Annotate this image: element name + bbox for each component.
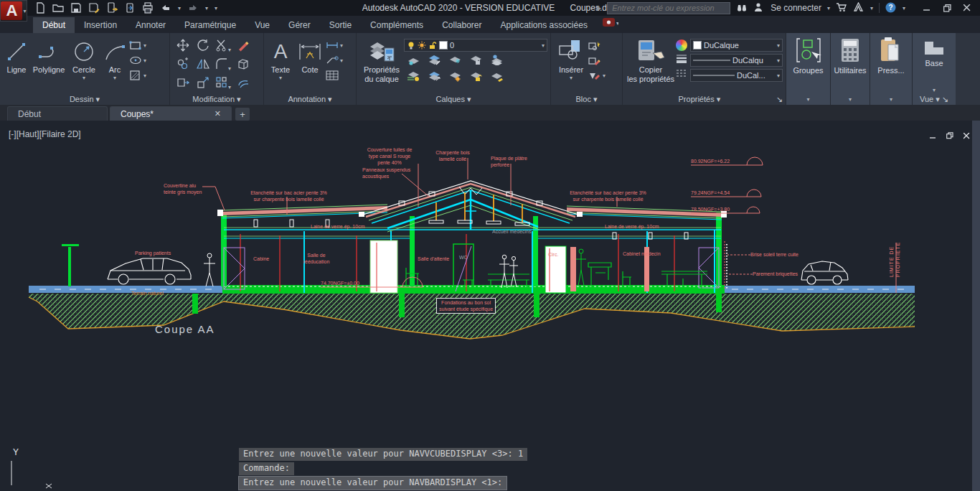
tab-collaborer[interactable]: Collaborer — [433, 17, 491, 33]
layer-match-tool[interactable] — [490, 54, 504, 68]
panel-label-proprietes[interactable]: Propriétés ▾ ↘ — [623, 95, 786, 104]
base-dropdown-icon[interactable]: ▾ — [933, 87, 936, 93]
circle-button[interactable]: Cercle ▾ — [67, 36, 100, 93]
panel-label-dessin[interactable]: Dessin ▾ — [0, 95, 169, 104]
lineweight-icon[interactable] — [676, 54, 687, 67]
scale-icon[interactable] — [197, 76, 209, 92]
redo-icon[interactable] — [187, 2, 199, 14]
copy-icon[interactable] — [176, 57, 189, 73]
file-tab-start[interactable]: Début — [7, 106, 108, 121]
cart-icon[interactable] — [836, 2, 847, 14]
text-dropdown-icon[interactable]: ▾ — [279, 75, 282, 81]
file-tab-close-icon[interactable]: ✕ — [215, 109, 221, 118]
restore-button[interactable] — [938, 1, 956, 14]
application-menu-button[interactable]: A ▾ — [0, 0, 27, 22]
panel-label-bloc[interactable]: Bloc ▾ — [551, 95, 622, 104]
panel-label-calques[interactable]: Calques ▾ — [357, 95, 550, 104]
edit-block-tool[interactable] — [588, 54, 606, 67]
move-icon[interactable] — [176, 39, 189, 55]
panel-label-modification[interactable]: Modification ▾ — [170, 95, 263, 104]
search-input[interactable] — [607, 2, 730, 14]
layer-merge-tool[interactable] — [490, 70, 504, 85]
match-properties-button[interactable]: Copier les propriétés — [626, 36, 676, 93]
apps-dropdown-icon[interactable]: ▾ — [870, 5, 873, 11]
tab-annoter[interactable]: Annoter — [126, 17, 175, 33]
layer-isolate-tool[interactable] — [428, 54, 442, 68]
undo-icon[interactable] — [160, 2, 171, 14]
viewport-restore-icon[interactable] — [946, 129, 953, 142]
plot-mobile-icon[interactable] — [106, 2, 118, 14]
line-button[interactable]: Ligne — [3, 36, 30, 93]
rotate-icon[interactable] — [197, 39, 209, 55]
color-wheel-icon[interactable] — [676, 39, 687, 51]
hatch-tool[interactable]: ▾ — [129, 69, 146, 82]
panel-groupes[interactable]: Groupes ▾ — [786, 33, 831, 105]
tab-parametrique[interactable]: Paramétrique — [175, 17, 245, 33]
trim-icon[interactable]: ▾ — [215, 39, 231, 55]
search-expand-icon[interactable]: ▶ — [596, 4, 601, 11]
panel-label-annotation[interactable]: Annotation ▾ — [264, 95, 356, 104]
new-file-icon[interactable] — [34, 2, 46, 14]
redo-dropdown-icon[interactable]: ▾ — [205, 5, 208, 11]
tab-complements[interactable]: Compléments — [361, 17, 433, 33]
panel-label-vue[interactable]: Vue ▾ ↘ — [913, 95, 956, 104]
stretch-icon[interactable] — [176, 76, 189, 92]
edit-attributes-tool[interactable]: ▾ — [588, 69, 606, 82]
array-icon[interactable]: ▾ — [215, 76, 231, 92]
fillet-icon[interactable]: ▾ — [215, 57, 231, 73]
file-tab-coupes[interactable]: Coupes* ✕ — [110, 106, 232, 121]
panel-presse-papiers[interactable]: Press... ▾ — [870, 33, 913, 105]
arc-button[interactable]: Arc ▾ — [100, 36, 129, 93]
mirror-icon[interactable] — [197, 57, 209, 73]
groupes-dropdown-icon[interactable]: ▾ — [806, 96, 809, 103]
arc-dropdown-icon[interactable]: ▾ — [113, 75, 116, 81]
create-block-tool[interactable] — [588, 39, 606, 52]
erase-icon[interactable] — [237, 39, 250, 55]
lineweight-combo[interactable]: DuCalqu ▾ — [690, 54, 783, 67]
ellipse-tool[interactable]: ▾ — [129, 54, 146, 67]
undo-dropdown-icon[interactable]: ▾ — [178, 5, 181, 11]
table-tool[interactable] — [326, 69, 343, 82]
panel-base-vue[interactable]: Vue Base ▾ Vue ▾ ↘ — [913, 33, 956, 105]
drawing-canvas[interactable]: [-][Haut][Filaire 2D] — [0, 121, 980, 491]
screencast-icon[interactable]: ▾ — [603, 17, 618, 30]
text-button[interactable]: A Texte ▾ — [267, 36, 294, 93]
utilitaires-dropdown-icon[interactable]: ▾ — [849, 96, 852, 103]
layer-freeze-tool[interactable] — [407, 54, 421, 68]
linetype-combo[interactable]: DuCal... ▾ — [690, 69, 783, 82]
transfer-icon[interactable] — [124, 2, 136, 14]
layer-walk-tool[interactable] — [428, 70, 442, 85]
insert-block-button[interactable]: Insérer ▾ — [554, 36, 588, 93]
binoculars-icon[interactable] — [736, 2, 748, 14]
print-icon[interactable] — [142, 2, 154, 14]
sign-in-label[interactable]: Se connecter — [771, 3, 821, 13]
save-icon[interactable] — [70, 2, 82, 14]
viewport-minimize-icon[interactable] — [930, 129, 936, 142]
help-icon[interactable]: ? — [885, 2, 897, 14]
insert-dropdown-icon[interactable]: ▾ — [570, 75, 573, 81]
presse-papiers-dropdown-icon[interactable]: ▾ — [890, 96, 892, 103]
layer-combo[interactable]: 0 ▾ — [404, 39, 547, 52]
circle-dropdown-icon[interactable]: ▾ — [83, 75, 85, 81]
polyline-button[interactable]: Polyligne — [30, 36, 67, 93]
dim-linear-tool[interactable]: ▾ — [326, 39, 343, 52]
tab-insertion[interactable]: Insertion — [75, 17, 126, 33]
close-button[interactable] — [958, 1, 976, 14]
minimize-button[interactable] — [918, 1, 936, 14]
tab-applications-associees[interactable]: Applications associées — [491, 17, 596, 33]
object-color-combo[interactable]: DuCalque ▾ — [690, 39, 783, 52]
linetype-icon[interactable] — [676, 69, 687, 82]
tab-gerer[interactable]: Gérer — [279, 17, 320, 33]
dimension-button[interactable]: Cote — [294, 36, 326, 93]
layer-freeze2-tool[interactable] — [448, 54, 463, 68]
save-as-icon[interactable] — [88, 2, 100, 14]
help-dropdown-icon[interactable]: ▾ — [903, 5, 905, 11]
tab-debut[interactable]: Début — [33, 17, 75, 33]
user-icon[interactable] — [753, 2, 765, 14]
command-input-line[interactable]: Entrez une nouvelle valeur pour NAVBARDI… — [239, 477, 507, 490]
panel-utilitaires[interactable]: Utilitaires ▾ — [831, 33, 870, 105]
3d-box-icon[interactable] — [237, 57, 250, 73]
layer-properties-button[interactable]: Propriétés du calque — [359, 36, 404, 93]
tab-sortie[interactable]: Sortie — [320, 17, 361, 33]
layer-lock-tool[interactable] — [469, 54, 484, 68]
